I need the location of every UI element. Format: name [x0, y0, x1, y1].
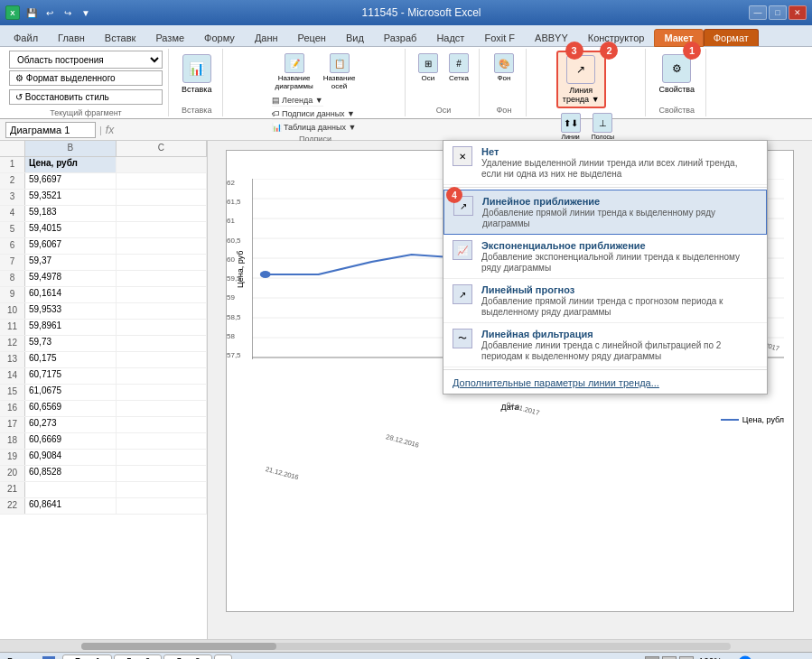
sheet-tab-1[interactable]: Лист1 [62, 654, 112, 659]
table-row: 1059,9533 [0, 303, 207, 320]
filter-text: Линейная фильтрация Добавление линии тре… [481, 329, 758, 361]
table-row: 859,4978 [0, 271, 207, 287]
cell-b1[interactable]: Цена, рубл [25, 157, 117, 172]
ribbon-group-bg: 🎨 Фон Фон [481, 49, 527, 116]
formula-input[interactable] [117, 122, 807, 138]
minimize-btn[interactable]: — [749, 5, 767, 20]
name-box[interactable] [5, 122, 96, 138]
area-dropdown[interactable]: Область построения [9, 51, 163, 69]
filter-icon: 〜 [453, 329, 472, 348]
tab-addins[interactable]: Надст [426, 29, 474, 46]
table-row: 1561,0675 [0, 385, 207, 401]
axes-icon: ⊞ [418, 53, 438, 73]
legend-row[interactable]: ▤ Легенда ▼ [272, 95, 323, 107]
tab-home[interactable]: Главн [48, 29, 95, 46]
exp-icon: 📈 [453, 240, 472, 260]
formula-bar: | fx [0, 119, 812, 141]
tab-view[interactable]: Вид [336, 29, 374, 46]
status-icon[interactable]: ▶ [42, 656, 55, 660]
col-headers: B C [0, 141, 207, 157]
cell-c1[interactable] [117, 157, 208, 172]
tab-format[interactable]: Формат [704, 29, 759, 46]
sheet-tab-2[interactable]: Лист2 [114, 654, 162, 659]
tab-constructor[interactable]: Конструктор [578, 29, 655, 46]
tab-foxit[interactable]: Foxit F [474, 29, 525, 46]
axes-btn[interactable]: ⊞ Оси [415, 51, 442, 85]
customize-quick-btn[interactable]: ▼ [78, 5, 94, 20]
forecast-icon: ↗ [453, 284, 472, 304]
sheet-tab-3[interactable]: Лист3 [163, 654, 211, 659]
bg-icon: 🎨 [494, 53, 514, 73]
redo-quick-btn[interactable]: ↪ [60, 5, 76, 20]
ribbon-group-fragment: Область построения ⚙ Формат выделенного … [4, 49, 169, 116]
svg-point-11 [260, 271, 271, 278]
menu-none-item[interactable]: ✕ Нет Удаление выделенной линии тренда и… [443, 141, 767, 185]
data-labels-row[interactable]: 🏷 Подписи данных ▼ [272, 108, 356, 120]
fragment-label: Текущий фрагмент [50, 107, 121, 117]
tab-dev[interactable]: Разраб [374, 29, 427, 46]
tab-page[interactable]: Разме [145, 29, 194, 46]
bg-label: Фон [497, 104, 512, 115]
format-selected-btn[interactable]: ⚙ Формат выделенного [9, 70, 163, 86]
props-label: Свойства [658, 104, 695, 115]
trend-line-btn[interactable]: ↗ Линиятренда ▼ [556, 51, 606, 108]
table-row: 1460,7175 [0, 368, 207, 385]
badge-4: 4 [446, 187, 462, 203]
title-bar-left: X 💾 ↩ ↪ ▼ [5, 5, 94, 20]
badge-3: 3 [565, 42, 583, 60]
ribbon-group-axes: ⊞ Оси # Сетка Оси [407, 49, 480, 116]
linear-text: Линейное приближение Добавление прямой л… [482, 196, 757, 228]
tab-insert[interactable]: Вставк [95, 29, 146, 46]
chart-title-btn[interactable]: 📝 Названиедиаграммы [272, 51, 317, 93]
table-row: 1760,273 [0, 417, 207, 433]
exp-text: Экспоненциальное приближение Добавление … [481, 240, 758, 273]
tab-file[interactable]: Файл [4, 29, 48, 46]
bg-btn[interactable]: 🎨 Фон [490, 51, 518, 85]
grid-icon: # [449, 53, 469, 73]
bg-content: 🎨 Фон [490, 51, 518, 104]
trend-line-wrapper: 3 ↗ Линиятренда ▼ [556, 51, 606, 108]
menu-linear-item[interactable]: 4 ↗ Линейное приближение Добавление прям… [443, 190, 767, 235]
table-row: 21 [0, 482, 207, 498]
error-bars-icon: ⊥ [593, 113, 612, 133]
horizontal-scroll[interactable] [0, 639, 812, 652]
axis-title-btn[interactable]: 📋 Названиеосей [320, 51, 359, 93]
trend-dropdown-menu: ✕ Нет Удаление выделенной линии тренда и… [443, 140, 768, 394]
scrollbar-thumb[interactable] [81, 643, 276, 650]
fx-label: fx [106, 124, 114, 136]
close-btn[interactable]: ✕ [789, 5, 807, 20]
save-quick-btn[interactable]: 💾 [23, 5, 40, 20]
insert-btn[interactable]: 📊 Вставка [176, 51, 217, 97]
page-layout-btn[interactable] [662, 656, 677, 660]
menu-forecast-item[interactable]: ↗ Линейный прогноз Добавление прямой лин… [443, 279, 767, 323]
ribbon-group-analysis: 2 3 ↗ Линиятренда ▼ ⬆⬇ Линииповыш. ⊥ Пол… [528, 49, 646, 116]
menu-exp-item[interactable]: 📈 Экспоненциальное приближение Добавлени… [443, 235, 767, 279]
ribbon: Область построения ⚙ Формат выделенного … [0, 47, 812, 119]
zoom-control: 100% + [699, 655, 805, 660]
menu-filter-item[interactable]: 〜 Линейная фильтрация Добавление линии т… [443, 323, 767, 367]
table-row: 1360,175 [0, 352, 207, 368]
table-row: 1159,8961 [0, 320, 207, 336]
undo-quick-btn[interactable]: ↩ [42, 5, 58, 20]
zoom-slider[interactable] [724, 655, 797, 660]
title-bar: X 💾 ↩ ↪ ▼ 111545 - Microsoft Excel — □ ✕ [0, 0, 812, 25]
menu-footer-link[interactable]: Дополнительные параметры линии тренда... [443, 372, 767, 394]
tab-data[interactable]: Данн [245, 29, 288, 46]
axis-title-icon: 📋 [330, 53, 350, 73]
insert-icon: 📊 [182, 54, 211, 83]
maximize-btn[interactable]: □ [769, 5, 787, 20]
tab-formulas[interactable]: Форму [194, 29, 245, 46]
normal-view-btn[interactable]: ▦ [645, 656, 659, 660]
menu-sep-2 [443, 369, 767, 370]
tab-review[interactable]: Рецен [288, 29, 336, 46]
scrollbar-track [81, 643, 731, 650]
sheet-tab-add[interactable]: + [214, 654, 232, 659]
linear-icon-wrap: 4 ↗ [453, 196, 473, 216]
page-break-btn[interactable] [679, 656, 694, 660]
restore-style-btn[interactable]: ↺ Восстановить стиль [9, 89, 163, 105]
grid-btn[interactable]: # Сетка [445, 51, 472, 85]
trend-line-icon: ↗ [566, 55, 595, 84]
spreadsheet: B C 1 Цена, рубл 259,6697 359,3521 459,1… [0, 141, 208, 639]
col-b-header: B [25, 141, 117, 156]
ribbon-group-insert: 📊 Вставка Вставка [171, 49, 223, 116]
